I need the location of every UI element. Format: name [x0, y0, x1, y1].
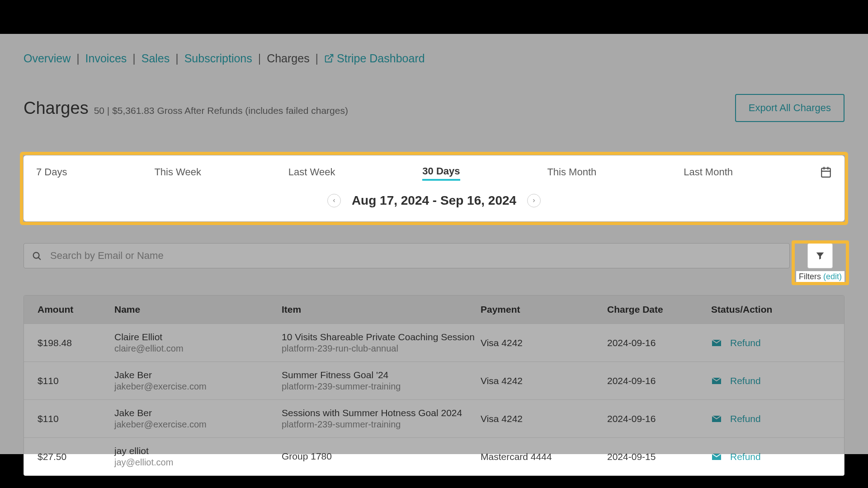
breadcrumb-stripe-dashboard[interactable]: Stripe Dashboard: [324, 52, 425, 65]
cell-payment: Mastercard 4444: [481, 451, 607, 462]
filters-button[interactable]: [807, 243, 833, 268]
cell-item: Group 1780: [282, 451, 481, 462]
calendar-icon[interactable]: [820, 166, 832, 178]
range-tab-7-days[interactable]: 7 Days: [36, 164, 67, 180]
cell-payment: Visa 4242: [481, 338, 607, 348]
cell-date: 2024-09-16: [607, 413, 711, 424]
breadcrumb-sep: |: [74, 52, 82, 65]
breadcrumb-invoices[interactable]: Invoices: [85, 52, 127, 65]
breadcrumb-current: Charges: [267, 52, 310, 65]
range-tab-30-days[interactable]: 30 Days: [422, 164, 460, 181]
range-tab-this-month[interactable]: This Month: [547, 164, 596, 180]
export-all-charges-button[interactable]: Export All Charges: [735, 94, 844, 122]
table-row[interactable]: $110 Jake Ber jakeber@exercise.com Summe…: [24, 361, 844, 399]
col-payment: Payment: [481, 304, 607, 315]
cell-item: Sessions with Summer Hotness Goal 2024: [282, 408, 481, 418]
range-tab-last-month[interactable]: Last Month: [684, 164, 733, 180]
breadcrumb-sep: |: [255, 52, 264, 65]
table-row[interactable]: $198.48 Claire Elliot claire@elliot.com …: [24, 324, 844, 361]
range-tab-this-week[interactable]: This Week: [154, 164, 201, 180]
table-header: Amount Name Item Payment Charge Date Sta…: [24, 296, 844, 324]
col-status: Status/Action: [711, 304, 830, 315]
search-input[interactable]: [24, 243, 790, 268]
filters-label: Filters (edit): [796, 271, 844, 282]
cell-email: jakeber@exercise.com: [114, 381, 282, 392]
breadcrumb-sep: |: [173, 52, 181, 65]
page-title: Charges: [24, 99, 89, 118]
search-icon: [32, 251, 42, 261]
mail-icon[interactable]: [711, 375, 722, 386]
cell-payment: Visa 4242: [481, 375, 607, 386]
filter-icon: [815, 251, 825, 261]
cell-amount: $198.48: [38, 338, 114, 348]
cell-item: 10 Visits Shareable Private Coaching Ses…: [282, 332, 481, 343]
refund-link[interactable]: Refund: [730, 338, 761, 348]
breadcrumb-overview[interactable]: Overview: [24, 52, 71, 65]
cell-amount: $110: [38, 375, 114, 386]
mail-icon[interactable]: [711, 413, 722, 424]
breadcrumb-stripe-label: Stripe Dashboard: [337, 52, 425, 65]
cell-email: jakeber@exercise.com: [114, 419, 282, 430]
cell-item-sub: platform-239-summer-training: [282, 419, 481, 430]
breadcrumb-sep: |: [130, 52, 138, 65]
date-prev-button[interactable]: [327, 194, 341, 207]
breadcrumb-sep: |: [313, 52, 321, 65]
filters-label-text: Filters: [799, 272, 821, 281]
cell-email: claire@elliot.com: [114, 343, 282, 354]
svg-rect-1: [821, 168, 830, 177]
cell-item-sub: platform-239-summer-training: [282, 381, 481, 392]
cell-amount: $27.50: [38, 451, 114, 462]
date-range-text: Aug 17, 2024 - Sep 16, 2024: [352, 193, 516, 208]
table-row[interactable]: $27.50 jay elliot jay@elliot.com Group 1…: [24, 437, 844, 475]
date-next-button[interactable]: [527, 194, 541, 207]
page-title-meta: 50 | $5,361.83 Gross After Refunds (incl…: [94, 105, 348, 116]
cell-date: 2024-09-16: [607, 375, 711, 386]
cell-name: jay elliot: [114, 446, 282, 456]
col-name: Name: [114, 304, 282, 315]
charges-table: Amount Name Item Payment Charge Date Sta…: [24, 295, 844, 476]
cell-date: 2024-09-15: [607, 451, 711, 462]
refund-link[interactable]: Refund: [730, 375, 761, 386]
charges-count: 50: [94, 105, 104, 116]
cell-item-sub: platform-239-run-club-annual: [282, 343, 481, 354]
date-range-panel: 7 Days This Week Last Week 30 Days This …: [24, 155, 844, 221]
breadcrumb: Overview | Invoices | Sales | Subscripti…: [24, 52, 844, 65]
svg-line-6: [38, 258, 40, 259]
filters-edit-link[interactable]: (edit): [823, 272, 842, 281]
cell-payment: Visa 4242: [481, 413, 607, 424]
cell-name: Claire Elliot: [114, 332, 282, 343]
table-row[interactable]: $110 Jake Ber jakeber@exercise.com Sessi…: [24, 399, 844, 437]
charges-gross: $5,361.83 Gross After Refunds (includes …: [112, 105, 348, 116]
cell-name: Jake Ber: [114, 370, 282, 380]
col-amount: Amount: [38, 304, 114, 315]
external-link-icon: [324, 53, 334, 63]
cell-date: 2024-09-16: [607, 338, 711, 348]
col-charge-date: Charge Date: [607, 304, 711, 315]
refund-link[interactable]: Refund: [730, 413, 761, 424]
breadcrumb-subscriptions[interactable]: Subscriptions: [184, 52, 252, 65]
range-tab-last-week[interactable]: Last Week: [288, 164, 335, 180]
highlight-box: [20, 152, 848, 225]
cell-item: Summer Fitness Goal '24: [282, 370, 481, 380]
cell-name: Jake Ber: [114, 408, 282, 418]
letterbox-top: [0, 0, 868, 34]
mail-icon[interactable]: [711, 451, 722, 462]
breadcrumb-sales[interactable]: Sales: [142, 52, 170, 65]
col-item: Item: [282, 304, 481, 315]
refund-link[interactable]: Refund: [730, 451, 761, 462]
mail-icon[interactable]: [711, 338, 722, 348]
cell-email: jay@elliot.com: [114, 457, 282, 468]
svg-line-0: [328, 55, 333, 59]
cell-amount: $110: [38, 413, 114, 424]
